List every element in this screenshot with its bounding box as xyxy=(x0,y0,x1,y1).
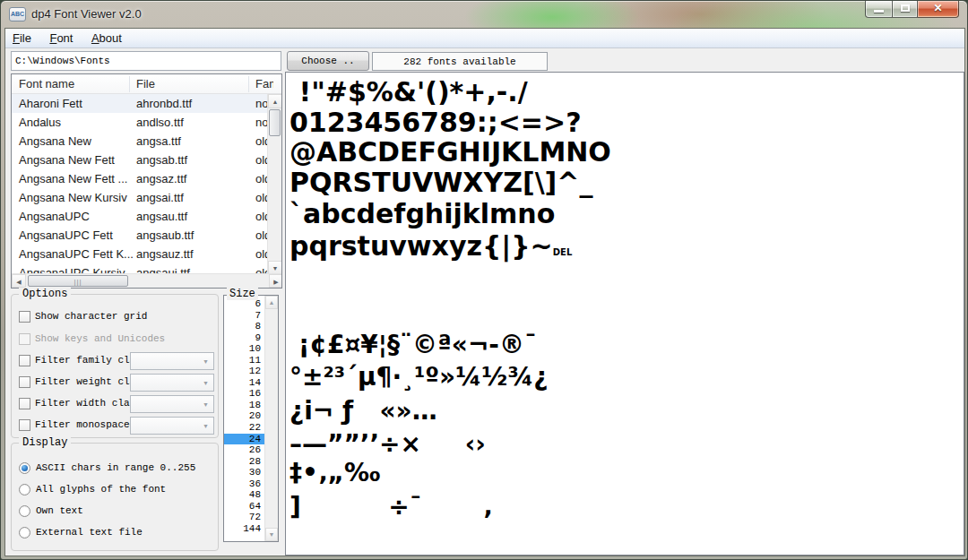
checkbox-label: Show keys and Unicodes xyxy=(35,333,165,344)
monospaced-dropdown[interactable]: ▼ xyxy=(130,417,214,435)
size-option[interactable]: 7 xyxy=(224,310,264,322)
maximize-icon xyxy=(901,4,910,12)
radio-label[interactable]: ASCII chars in range 0..255 xyxy=(36,462,195,473)
minimize-icon xyxy=(874,10,884,13)
minimize-button[interactable] xyxy=(865,1,892,18)
column-font-name[interactable]: Font name xyxy=(19,77,74,90)
menu-font[interactable]: Font xyxy=(42,29,80,48)
table-row[interactable]: AngsanaUPC Fett K...angsauz.ttfold xyxy=(12,245,281,263)
scroll-left-icon[interactable]: ◀ xyxy=(12,274,26,288)
window-title: dp4 Font Viewer v2.0 xyxy=(31,7,142,21)
family-class-dropdown[interactable]: ▼ xyxy=(130,352,214,370)
width-class-dropdown[interactable]: ▼ xyxy=(130,395,214,413)
scrollbar-thumb[interactable]: ||| xyxy=(28,275,128,287)
font-path-input[interactable]: C:\Windows\Fonts xyxy=(11,51,281,71)
checkbox-label[interactable]: Filter weight cla xyxy=(35,376,135,387)
font-rows: Aharoni Fettahronbd.ttfno Andalusandlso.… xyxy=(12,94,281,275)
size-option[interactable]: 12 xyxy=(224,366,264,377)
options-group: Options Show character grid Show keys an… xyxy=(11,294,219,438)
checkbox-label[interactable]: Filter width clas xyxy=(35,398,135,409)
font-list-header[interactable]: Font name File Family xyxy=(12,74,281,94)
preview-line: pqrstuvwxyz{|}~DEL xyxy=(290,230,572,262)
preview-line: –—””’’÷× ‹› xyxy=(290,429,486,459)
size-option[interactable]: 8 xyxy=(224,321,264,332)
filter-family-class-checkbox[interactable] xyxy=(19,355,30,366)
preview-line: `abcdefghijklmno xyxy=(290,198,555,229)
filter-weight-class-checkbox[interactable] xyxy=(19,376,30,388)
table-horizontal-scrollbar[interactable]: ◀ ||| ▶ xyxy=(12,273,282,288)
size-option[interactable]: 10 xyxy=(224,343,264,355)
menu-about[interactable]: About xyxy=(84,29,129,48)
preview-line: °±²³´µ¶·¸¹º»¼½¾¿ xyxy=(290,362,548,392)
maximize-button[interactable] xyxy=(892,1,918,18)
glyph-preview-pane[interactable]: !"#$%&'()*+,-./ 0123456789:;<=>? @ABCDEF… xyxy=(285,72,964,556)
size-option[interactable]: 30 xyxy=(224,467,264,478)
column-file[interactable]: File xyxy=(136,77,155,90)
radio-label[interactable]: Own text xyxy=(36,505,83,516)
font-list[interactable]: Font name File Family Aharoni Fettahronb… xyxy=(11,73,282,289)
show-keys-unicodes-checkbox xyxy=(19,333,30,345)
chevron-down-icon: ▼ xyxy=(203,401,209,408)
close-button[interactable]: ✕ xyxy=(918,1,959,18)
checkbox-label[interactable]: Filter family cla xyxy=(35,355,135,366)
menu-file[interactable]: File xyxy=(5,29,39,48)
radio-label[interactable]: External text file xyxy=(36,527,143,538)
own-text-radio[interactable] xyxy=(19,505,30,517)
size-option[interactable]: 16 xyxy=(224,388,264,400)
checkbox-label[interactable]: Filter monospaced xyxy=(35,419,135,430)
display-group: Display ASCII chars in range 0..255 All … xyxy=(11,443,219,551)
table-row[interactable]: AngsanaUPCangsau.ttfold xyxy=(12,207,281,226)
size-option[interactable]: 14 xyxy=(224,377,264,389)
size-option-selected[interactable]: 24 xyxy=(224,434,264,445)
all-glyphs-radio[interactable] xyxy=(19,484,30,495)
scroll-down-icon[interactable]: ▼ xyxy=(265,528,278,541)
size-option[interactable]: 9 xyxy=(224,332,264,344)
show-character-grid-checkbox[interactable] xyxy=(19,311,30,323)
size-listbox[interactable]: 6 7 8 9 10 11 12 14 16 18 20 22 24 26 28… xyxy=(223,295,279,542)
size-option[interactable]: 26 xyxy=(224,444,264,456)
table-row[interactable]: Angsana New Kursivangsai.ttfold xyxy=(12,188,281,207)
size-option[interactable]: 18 xyxy=(224,400,264,411)
weight-class-dropdown[interactable]: ▼ xyxy=(130,374,214,392)
preview-line: PQRSTUVWXYZ[\]^_ xyxy=(290,167,592,198)
radio-label[interactable]: All glyphs of the font xyxy=(36,484,166,495)
scroll-right-icon[interactable]: ▶ xyxy=(269,274,282,288)
size-option[interactable]: 20 xyxy=(224,410,264,422)
filter-monospaced-checkbox[interactable] xyxy=(19,419,30,431)
size-option[interactable]: 72 xyxy=(224,512,264,523)
title-bar[interactable]: ABC dp4 Font Viewer v2.0 ✕ xyxy=(1,1,967,28)
preview-line: ] ÷¯ ‚ xyxy=(290,492,493,521)
client-area: File Font About C:\Windows\Fonts Choose … xyxy=(4,28,965,556)
scroll-up-icon[interactable]: ▲ xyxy=(265,296,278,309)
size-option[interactable]: 36 xyxy=(224,478,264,490)
table-row[interactable]: Angsana New Fett ...angsaz.ttfold xyxy=(12,169,281,188)
size-option[interactable]: 144 xyxy=(224,523,264,535)
scrollbar-thumb[interactable] xyxy=(269,109,281,136)
ascii-range-radio[interactable] xyxy=(19,462,30,474)
filter-width-class-checkbox[interactable] xyxy=(19,398,30,409)
table-row[interactable]: Angsana Newangsa.ttfold xyxy=(12,132,281,151)
preview-line: @ABCDEFGHIJKLMNO xyxy=(290,136,611,168)
table-row[interactable]: Angsana New Fettangsab.ttfold xyxy=(12,151,281,169)
table-row[interactable]: Aharoni Fettahronbd.ttfno xyxy=(12,94,281,113)
preview-line: ¡¢£¤¥¦§¨©ª«¬-®¯ xyxy=(290,330,537,359)
size-option[interactable]: 22 xyxy=(224,422,264,434)
size-option[interactable]: 11 xyxy=(224,355,264,366)
choose-folder-button[interactable]: Choose .. xyxy=(287,51,369,71)
checkbox-label[interactable]: Show character grid xyxy=(35,311,147,322)
size-option[interactable]: 28 xyxy=(224,456,264,468)
preview-line: !"#$%&'()*+,-./ xyxy=(290,76,528,108)
size-option[interactable]: 64 xyxy=(224,501,264,513)
table-row[interactable]: Andalusandlso.ttfno xyxy=(12,113,281,132)
column-family[interactable]: Family xyxy=(255,77,273,90)
chevron-down-icon: ▼ xyxy=(203,423,209,429)
scroll-up-icon[interactable]: ▲ xyxy=(268,94,282,108)
size-option[interactable]: 48 xyxy=(224,489,264,501)
fonts-available-status: 282 fonts available xyxy=(372,52,548,71)
app-icon: ABC xyxy=(9,7,26,22)
table-vertical-scrollbar[interactable]: ▲ ▼ xyxy=(267,94,281,275)
window-frame-edge xyxy=(1,556,967,559)
external-text-file-radio[interactable] xyxy=(19,527,30,538)
table-row[interactable]: AngsanaUPC Fettangsaub.ttfold xyxy=(12,226,281,245)
size-vertical-scrollbar[interactable]: ▲ ▼ xyxy=(264,296,278,541)
